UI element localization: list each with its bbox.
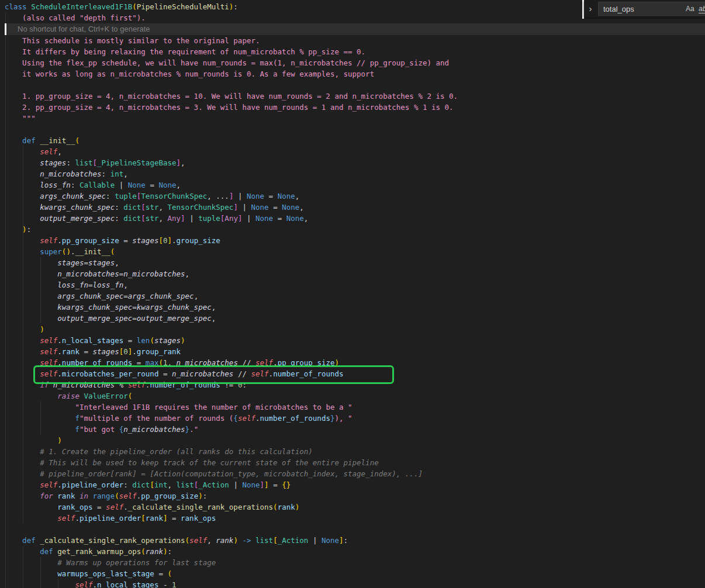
- code-token: rank_ops: [181, 514, 216, 523]
- code-line[interactable]: n_microbatches: int,: [5, 168, 705, 179]
- code-line[interactable]: self,: [5, 146, 705, 157]
- code-token: dict: [132, 480, 150, 489]
- code-area[interactable]: class ScheduleInterleaved1F1B(PipelineSc…: [0, 0, 705, 588]
- code-token: rank_ops: [57, 503, 92, 511]
- code-token: # This will be used to keep track of the…: [5, 458, 379, 467]
- code-line[interactable]: This schedule is mostly similar to the o…: [5, 35, 705, 46]
- code-token: group_rank: [137, 347, 181, 356]
- code-token: .: [75, 514, 80, 523]
- code-line[interactable]: it works as long as n_microbatches % num…: [5, 68, 705, 79]
- code-token: Callable: [80, 181, 115, 189]
- code-token: loss_fn: [57, 281, 88, 289]
- code-line[interactable]: [5, 524, 705, 535]
- code-line[interactable]: f"but got {n_microbatches}.": [5, 424, 705, 435]
- code-line[interactable]: ):: [5, 224, 705, 235]
- code-token: "but got: [80, 425, 119, 434]
- code-token: loss_fn: [40, 181, 71, 189]
- code-line[interactable]: kwargs_chunk_spec=kwargs_chunk_spec,: [5, 302, 705, 313]
- code-line[interactable]: self.microbatches_per_round = n_microbat…: [5, 368, 705, 379]
- code-line[interactable]: self.pp_group_size = stages[0].group_siz…: [5, 235, 705, 246]
- code-line[interactable]: ): [5, 435, 705, 446]
- code-token: =: [93, 503, 106, 511]
- code-token: (: [132, 2, 137, 11]
- code-token: [: [93, 158, 98, 167]
- code-line[interactable]: f"multiple of the number of rounds ({sel…: [5, 413, 705, 424]
- code-token: rank: [216, 536, 233, 545]
- code-line[interactable]: self.pipeline_order: dict[int, list[_Act…: [5, 479, 705, 490]
- code-line[interactable]: self.n_local_stages - 1: [5, 579, 705, 588]
- code-token: ,: [212, 314, 216, 323]
- code-line[interactable]: [5, 124, 705, 135]
- code-line[interactable]: self.number_of_rounds = max(1, n_microba…: [5, 357, 705, 368]
- code-line[interactable]: loss_fn=loss_fn,: [5, 279, 705, 290]
- code-line[interactable]: stages=stages,: [5, 257, 705, 268]
- code-line[interactable]: "Interleaved 1F1B requires the number of…: [5, 402, 705, 413]
- code-line[interactable]: # This will be used to keep track of the…: [5, 457, 705, 468]
- code-token: .: [123, 503, 128, 511]
- code-line[interactable]: super().__init__(: [5, 246, 705, 257]
- match-case-icon[interactable]: Aa: [686, 5, 694, 13]
- code-token: .: [132, 347, 137, 356]
- code-line[interactable]: self.n_local_stages = len(stages): [5, 335, 705, 346]
- toggle-replace-chevron-icon[interactable]: ›: [586, 1, 595, 16]
- code-line[interactable]: raise ValueError(: [5, 390, 705, 402]
- code-token: ,: [57, 147, 62, 156]
- code-line[interactable]: args_chunk_spec=args_chunk_spec,: [5, 290, 705, 302]
- code-token: ): [335, 358, 340, 367]
- code-line[interactable]: n_microbatches=n_microbatches,: [5, 268, 705, 279]
- code-line[interactable]: # pipeline_order[rank] = [Action(computa…: [5, 468, 705, 479]
- code-line[interactable]: loss_fn: Callable | None = None,: [5, 179, 705, 191]
- code-token: ,: [158, 214, 167, 223]
- code-line[interactable]: def __init__(: [5, 135, 705, 146]
- code-line[interactable]: 2. pp_group_size = 4, n_microbatches = 3…: [5, 102, 705, 113]
- code-line[interactable]: ): [5, 324, 705, 335]
- code-token: [5, 214, 40, 223]
- code-line[interactable]: # Warms up operations for last stage: [5, 557, 705, 568]
- code-token: self: [40, 480, 57, 489]
- code-line[interactable]: [5, 79, 705, 91]
- code-line[interactable]: It differs by being relaxing the require…: [5, 46, 705, 57]
- code-line[interactable]: self.rank = stages[0].group_rank: [5, 346, 705, 357]
- code-line[interactable]: Using the flex_pp schedule, we will have…: [5, 57, 705, 68]
- code-token: warmups_ops_last_stage: [57, 569, 154, 578]
- code-line[interactable]: def get_rank_warmup_ops(rank):: [5, 546, 705, 557]
- code-token: (: [75, 136, 80, 145]
- whole-word-icon[interactable]: ab: [699, 5, 705, 13]
- code-line[interactable]: if n_microbatches % self.number_of_round…: [5, 379, 705, 390]
- code-line[interactable]: args_chunk_spec: tuple[TensorChunkSpec, …: [5, 191, 705, 202]
- code-token: self: [40, 236, 57, 245]
- code-token: ]: [177, 158, 181, 167]
- code-token: :: [203, 492, 208, 500]
- code-token: output_merge_spec: [137, 314, 212, 323]
- code-token: [5, 269, 57, 278]
- code-line[interactable]: 1. pp_group_size = 4, n_microbatches = 1…: [5, 91, 705, 102]
- code-token: __init__: [40, 136, 75, 145]
- code-line[interactable]: rank_ops = self._calculate_single_rank_o…: [5, 501, 705, 513]
- code-token: =: [146, 181, 159, 189]
- code-line[interactable]: """: [5, 113, 705, 124]
- code-line[interactable]: output_merge_spec: dict[str, Any] | tupl…: [5, 213, 705, 224]
- inline-chat-hint-bar: No shortcut for chat, Ctrl+K to generate: [5, 23, 705, 35]
- code-line[interactable]: stages: list[_PipelineStageBase],: [5, 157, 705, 168]
- code-token: ]: [260, 480, 265, 489]
- code-line[interactable]: for rank in range(self.pp_group_size):: [5, 490, 705, 501]
- code-token: [5, 336, 40, 345]
- code-line[interactable]: kwargs_chunk_spec: dict[str, TensorChunk…: [5, 202, 705, 213]
- code-line[interactable]: self.pipeline_order[rank] = rank_ops: [5, 513, 705, 524]
- code-line[interactable]: def _calculate_single_rank_operations(se…: [5, 535, 705, 546]
- code-token: dict: [123, 203, 141, 212]
- code-line[interactable]: output_merge_spec=output_merge_spec,: [5, 313, 705, 324]
- code-token: :: [233, 2, 238, 11]
- code-token: .: [172, 236, 177, 245]
- code-line[interactable]: # 1. Create the pipeline_order (all rank…: [5, 446, 705, 457]
- code-token: self: [40, 347, 57, 356]
- code-token: stages: [40, 158, 66, 167]
- code-token: None: [282, 203, 299, 212]
- code-token: None: [286, 214, 304, 223]
- code-token: f: [75, 414, 80, 423]
- code-token: (: [167, 569, 172, 578]
- code-token: self: [57, 514, 75, 523]
- code-token: ): [57, 436, 62, 445]
- code-token: rank: [146, 547, 163, 556]
- code-line[interactable]: warmups_ops_last_stage = (: [5, 568, 705, 579]
